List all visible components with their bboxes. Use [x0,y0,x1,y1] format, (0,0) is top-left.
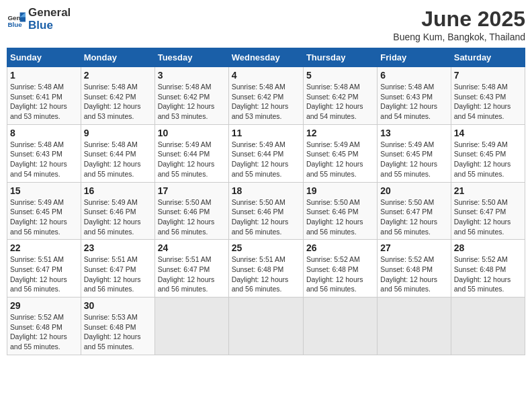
table-row: 16 Sunrise: 5:49 AM Sunset: 6:46 PM Dayl… [81,182,154,240]
table-row: 29 Sunrise: 5:52 AM Sunset: 6:48 PM Dayl… [7,298,81,355]
day-info: Sunrise: 5:51 AM Sunset: 6:48 PM Dayligh… [232,255,300,294]
logo: General Blue General Blue [7,7,71,32]
day-number: 4 [232,70,300,81]
table-row [451,298,525,355]
day-number: 26 [306,242,374,253]
calendar: Sunday Monday Tuesday Wednesday Thursday… [7,48,525,355]
location-title: Bueng Kum, Bangkok, Thailand [393,32,525,42]
day-info: Sunrise: 5:50 AM Sunset: 6:46 PM Dayligh… [158,197,226,237]
day-number: 29 [10,300,78,311]
header-monday: Monday [81,48,154,67]
day-number: 19 [306,185,374,196]
month-title: June 2025 [393,7,525,32]
table-row [154,298,228,355]
day-number: 2 [84,70,152,81]
header-wednesday: Wednesday [228,48,303,67]
day-info: Sunrise: 5:52 AM Sunset: 6:48 PM Dayligh… [306,255,374,294]
header-tuesday: Tuesday [154,48,228,67]
day-info: Sunrise: 5:50 AM Sunset: 6:46 PM Dayligh… [232,197,300,237]
table-row: 5 Sunrise: 5:48 AM Sunset: 6:42 PM Dayli… [303,67,377,125]
calendar-week-4: 22 Sunrise: 5:51 AM Sunset: 6:47 PM Dayl… [7,240,525,298]
day-info: Sunrise: 5:48 AM Sunset: 6:42 PM Dayligh… [158,82,226,122]
table-row: 17 Sunrise: 5:50 AM Sunset: 6:46 PM Dayl… [154,182,228,240]
day-info: Sunrise: 5:48 AM Sunset: 6:43 PM Dayligh… [454,82,522,122]
day-info: Sunrise: 5:51 AM Sunset: 6:47 PM Dayligh… [158,255,226,294]
table-row: 7 Sunrise: 5:48 AM Sunset: 6:43 PM Dayli… [451,67,525,125]
calendar-week-1: 1 Sunrise: 5:48 AM Sunset: 6:41 PM Dayli… [7,67,525,125]
table-row: 20 Sunrise: 5:50 AM Sunset: 6:47 PM Dayl… [378,182,451,240]
day-info: Sunrise: 5:52 AM Sunset: 6:48 PM Dayligh… [380,255,447,294]
day-info: Sunrise: 5:50 AM Sunset: 6:46 PM Dayligh… [306,197,374,237]
logo-icon: General Blue [7,10,26,29]
day-info: Sunrise: 5:49 AM Sunset: 6:45 PM Dayligh… [306,140,374,179]
calendar-week-5: 29 Sunrise: 5:52 AM Sunset: 6:48 PM Dayl… [7,298,525,355]
table-row: 22 Sunrise: 5:51 AM Sunset: 6:47 PM Dayl… [7,240,81,298]
day-number: 20 [380,185,447,196]
table-row: 23 Sunrise: 5:51 AM Sunset: 6:47 PM Dayl… [81,240,154,298]
table-row: 28 Sunrise: 5:52 AM Sunset: 6:48 PM Dayl… [451,240,525,298]
table-row: 27 Sunrise: 5:52 AM Sunset: 6:48 PM Dayl… [378,240,451,298]
day-number: 27 [380,242,447,253]
day-number: 18 [232,185,300,196]
day-info: Sunrise: 5:48 AM Sunset: 6:42 PM Dayligh… [84,82,152,122]
day-info: Sunrise: 5:49 AM Sunset: 6:45 PM Dayligh… [10,197,78,237]
day-number: 8 [10,128,78,138]
header-thursday: Thursday [303,48,377,67]
table-row: 30 Sunrise: 5:53 AM Sunset: 6:48 PM Dayl… [81,298,154,355]
day-info: Sunrise: 5:48 AM Sunset: 6:41 PM Dayligh… [10,82,78,122]
day-number: 23 [84,242,152,253]
day-info: Sunrise: 5:49 AM Sunset: 6:45 PM Dayligh… [380,140,447,179]
table-row: 10 Sunrise: 5:49 AM Sunset: 6:44 PM Dayl… [154,124,228,182]
calendar-week-2: 8 Sunrise: 5:48 AM Sunset: 6:43 PM Dayli… [7,124,525,182]
header-friday: Friday [378,48,451,67]
day-info: Sunrise: 5:49 AM Sunset: 6:46 PM Dayligh… [84,197,152,237]
table-row: 2 Sunrise: 5:48 AM Sunset: 6:42 PM Dayli… [81,67,154,125]
table-row: 1 Sunrise: 5:48 AM Sunset: 6:41 PM Dayli… [7,67,81,125]
table-row: 18 Sunrise: 5:50 AM Sunset: 6:46 PM Dayl… [228,182,303,240]
day-info: Sunrise: 5:51 AM Sunset: 6:47 PM Dayligh… [10,255,78,294]
day-number: 24 [158,242,226,253]
table-row: 9 Sunrise: 5:48 AM Sunset: 6:44 PM Dayli… [81,124,154,182]
day-number: 16 [84,185,152,196]
table-row: 12 Sunrise: 5:49 AM Sunset: 6:45 PM Dayl… [303,124,377,182]
table-row [228,298,303,355]
day-number: 14 [454,128,522,138]
table-row: 4 Sunrise: 5:48 AM Sunset: 6:42 PM Dayli… [228,67,303,125]
table-row: 3 Sunrise: 5:48 AM Sunset: 6:42 PM Dayli… [154,67,228,125]
table-row: 15 Sunrise: 5:49 AM Sunset: 6:45 PM Dayl… [7,182,81,240]
table-row: 24 Sunrise: 5:51 AM Sunset: 6:47 PM Dayl… [154,240,228,298]
table-row: 11 Sunrise: 5:49 AM Sunset: 6:44 PM Dayl… [228,124,303,182]
logo-blue: Blue [28,19,71,32]
table-row: 14 Sunrise: 5:49 AM Sunset: 6:45 PM Dayl… [451,124,525,182]
day-info: Sunrise: 5:48 AM Sunset: 6:42 PM Dayligh… [306,82,374,122]
day-number: 11 [232,128,300,138]
day-number: 30 [84,300,152,311]
header: General Blue General Blue June 2025 Buen… [7,7,525,42]
table-row: 8 Sunrise: 5:48 AM Sunset: 6:43 PM Dayli… [7,124,81,182]
day-info: Sunrise: 5:49 AM Sunset: 6:45 PM Dayligh… [454,140,522,179]
day-number: 17 [158,185,226,196]
day-number: 5 [306,70,374,81]
title-area: June 2025 Bueng Kum, Bangkok, Thailand [393,7,525,42]
table-row: 25 Sunrise: 5:51 AM Sunset: 6:48 PM Dayl… [228,240,303,298]
day-number: 10 [158,128,226,138]
table-row: 19 Sunrise: 5:50 AM Sunset: 6:46 PM Dayl… [303,182,377,240]
day-number: 22 [10,242,78,253]
table-row [303,298,377,355]
day-info: Sunrise: 5:49 AM Sunset: 6:44 PM Dayligh… [232,140,300,179]
day-info: Sunrise: 5:48 AM Sunset: 6:43 PM Dayligh… [10,140,78,179]
day-info: Sunrise: 5:51 AM Sunset: 6:47 PM Dayligh… [84,255,152,294]
day-number: 21 [454,185,522,196]
day-info: Sunrise: 5:48 AM Sunset: 6:44 PM Dayligh… [84,140,152,179]
day-number: 7 [454,70,522,81]
day-number: 28 [454,242,522,253]
table-row: 21 Sunrise: 5:50 AM Sunset: 6:47 PM Dayl… [451,182,525,240]
day-info: Sunrise: 5:49 AM Sunset: 6:44 PM Dayligh… [158,140,226,179]
day-info: Sunrise: 5:48 AM Sunset: 6:43 PM Dayligh… [380,82,447,122]
logo-general: General [28,7,71,19]
day-number: 13 [380,128,447,138]
day-info: Sunrise: 5:52 AM Sunset: 6:48 PM Dayligh… [454,255,522,294]
table-row: 6 Sunrise: 5:48 AM Sunset: 6:43 PM Dayli… [378,67,451,125]
day-info: Sunrise: 5:50 AM Sunset: 6:47 PM Dayligh… [454,197,522,237]
day-info: Sunrise: 5:53 AM Sunset: 6:48 PM Dayligh… [84,312,152,352]
